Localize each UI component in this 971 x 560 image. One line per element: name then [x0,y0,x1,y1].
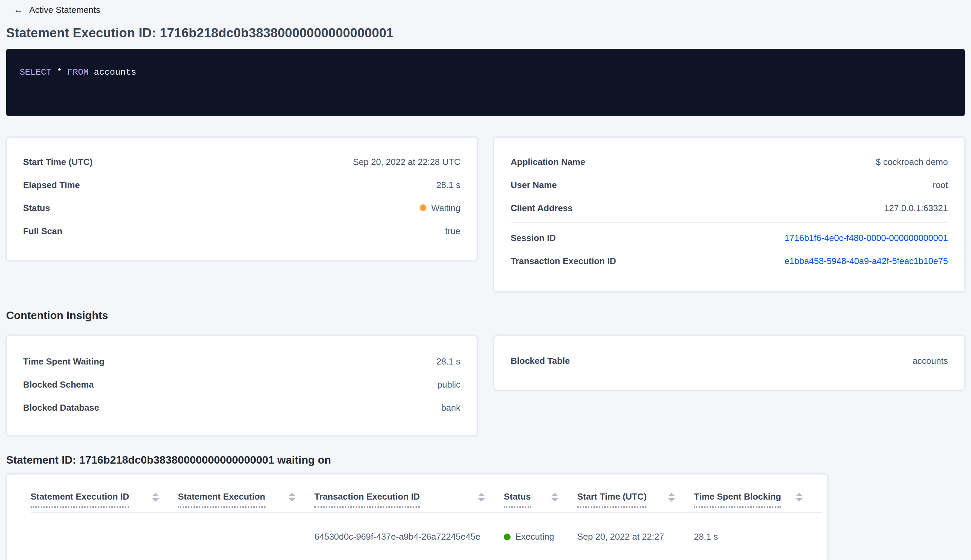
sort-icon [551,493,558,502]
session-id-label: Session ID [511,232,556,243]
cell-time-spent-blocking: 28.1 s [694,532,822,542]
user-name-label: User Name [511,180,557,190]
sql-star: * [57,67,62,77]
client-address-row: Client Address 127.0.0.1:63321 [511,199,948,217]
waiting-on-table-card: Statement Execution ID Statement Executi… [6,474,828,560]
table-row: 64530d0c-969f-437e-a9b4-26a72245e45e Exe… [30,513,822,560]
overview-card: Start Time (UTC) Sep 20, 2022 at 22:28 U… [6,137,477,261]
sort-icon [668,493,675,502]
table-header-row: Statement Execution ID Statement Executi… [30,475,822,513]
blocked-table-value: accounts [913,355,948,365]
transaction-execution-id-row: Transaction Execution ID e1bba458-5948-4… [511,252,948,270]
blocked-table-label: Blocked Table [511,355,570,365]
time-spent-waiting-row: Time Spent Waiting 28.1 s [23,352,460,370]
full-scan-value: true [445,226,460,236]
waiting-status-dot-icon [420,204,426,211]
blocked-database-row: Blocked Database bank [23,398,460,416]
cell-start-time: Sep 20, 2022 at 22:27 [577,532,694,542]
status-row: Status Waiting [23,199,460,217]
sql-keyword-select: SELECT [20,67,52,77]
sql-statement: SELECT * FROM accounts [20,67,136,77]
full-scan-row: Full Scan true [23,222,460,240]
transaction-execution-id-label: Transaction Execution ID [511,255,616,266]
column-header-statement-execution[interactable]: Statement Execution [178,492,314,508]
column-header-label: Transaction Execution ID [314,492,420,508]
viewport: ← Active Statements Statement Execution … [0,0,971,560]
blocked-schema-row: Blocked Schema public [23,375,460,393]
client-address-value: 127.0.0.1:63321 [884,203,948,213]
cell-status-text: Executing [516,532,554,542]
status-value: Waiting [420,203,460,213]
session-id-row: Session ID 1716b1f6-4e0c-f480-0000-00000… [511,229,948,247]
contention-details-card: Time Spent Waiting 28.1 s Blocked Schema… [6,335,477,436]
column-header-label: Time Spent Blocking [694,492,781,508]
application-name-value: $ cockroach demo [876,157,948,167]
sort-icon [478,493,485,502]
blocked-table-row: Blocked Table accounts [511,352,948,369]
blocked-database-value: bank [441,402,460,412]
elapsed-time-row: Elapsed Time 28.1 s [23,176,460,193]
application-name-label: Application Name [511,157,585,167]
status-value-text: Waiting [431,203,460,213]
sort-icon [289,493,295,502]
executing-status-dot-icon [504,533,511,540]
summary-cards-row: Start Time (UTC) Sep 20, 2022 at 22:28 U… [6,137,965,292]
start-time-row: Start Time (UTC) Sep 20, 2022 at 22:28 U… [23,153,460,170]
elapsed-time-value: 28.1 s [436,180,460,190]
sql-table-name: accounts [94,67,137,77]
column-header-status[interactable]: Status [504,492,577,508]
sort-icon [152,493,159,502]
column-header-label: Status [504,492,531,508]
column-header-label: Statement Execution ID [30,492,129,508]
back-link-label: Active Statements [29,4,100,15]
start-time-label: Start Time (UTC) [23,157,93,167]
blocked-table-card: Blocked Table accounts [494,335,965,390]
sql-statement-box: SELECT * FROM accounts [6,49,965,116]
cell-status: Executing [504,532,577,542]
column-header-transaction-execution-id[interactable]: Transaction Execution ID [314,492,504,508]
column-header-statement-execution-id[interactable]: Statement Execution ID [30,492,178,508]
user-name-value: root [933,180,948,190]
column-header-time-spent-blocking[interactable]: Time Spent Blocking [694,492,822,508]
column-header-label: Start Time (UTC) [577,492,647,508]
time-spent-waiting-value: 28.1 s [436,356,460,366]
contention-insights-heading: Contention Insights [6,310,965,322]
statement-execution-details-page: ← Active Statements Statement Execution … [0,0,971,560]
elapsed-time-label: Elapsed Time [23,180,80,190]
waiting-on-table: Statement Execution ID Statement Executi… [30,475,822,560]
waiting-on-heading: Statement ID: 1716b218dc0b38380000000000… [6,454,965,466]
application-name-row: Application Name $ cockroach demo [511,153,948,170]
start-time-value: Sep 20, 2022 at 22:28 UTC [353,157,460,167]
transaction-execution-id-link[interactable]: e1bba458-5948-40a9-a42f-5feac1b10e75 [784,255,948,266]
session-card-divider [511,222,948,223]
page-title: Statement Execution ID: 1716b218dc0b3838… [6,26,965,41]
back-link[interactable]: ← Active Statements [13,3,965,16]
session-id-link[interactable]: 1716b1f6-4e0c-f480-0000-000000000001 [784,232,948,243]
status-label: Status [23,203,50,213]
blocked-database-label: Blocked Database [23,402,99,412]
contention-cards-row: Time Spent Waiting 28.1 s Blocked Schema… [6,335,965,436]
session-card: Application Name $ cockroach demo User N… [494,137,965,292]
column-header-start-time[interactable]: Start Time (UTC) [577,492,694,508]
blocked-schema-label: Blocked Schema [23,379,94,389]
back-arrow-icon: ← [13,5,23,14]
cell-transaction-execution-id: 64530d0c-969f-437e-a9b4-26a72245e45e [314,532,504,542]
sql-keyword-from: FROM [68,67,88,77]
user-name-row: User Name root [511,176,948,193]
sort-icon [796,493,802,502]
column-header-label: Statement Execution [178,492,265,508]
client-address-label: Client Address [511,203,573,213]
blocked-schema-value: public [437,379,460,389]
time-spent-waiting-label: Time Spent Waiting [23,356,105,366]
full-scan-label: Full Scan [23,226,62,236]
